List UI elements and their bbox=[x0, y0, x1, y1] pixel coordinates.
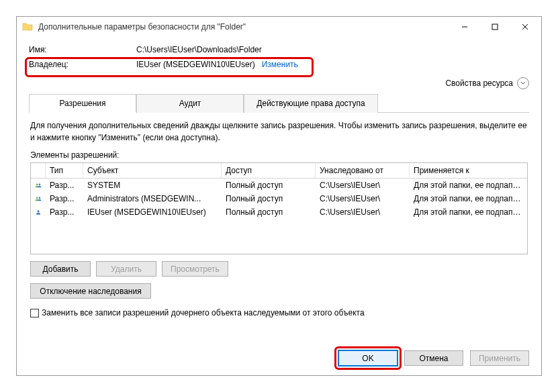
cell-subject: Administrators (MSEDGEWIN... bbox=[83, 193, 222, 205]
security-dialog: Дополнительные параметры безопасности дл… bbox=[16, 16, 542, 376]
resource-properties-label: Свойства ресурса bbox=[445, 79, 513, 88]
users-icon bbox=[31, 180, 46, 191]
user-icon bbox=[31, 207, 46, 217]
view-button: Просмотреть bbox=[162, 261, 228, 277]
tab-audit[interactable]: Аудит bbox=[136, 94, 244, 113]
table-row[interactable]: Разр... IEUser (MSEDGEWIN10\IEUser) Полн… bbox=[31, 205, 527, 219]
name-value: C:\Users\IEUser\Downloads\Folder bbox=[136, 45, 262, 54]
window-title: Дополнительные параметры безопасности дл… bbox=[37, 22, 449, 32]
svg-point-5 bbox=[39, 183, 41, 185]
apply-button: Применить bbox=[470, 350, 529, 366]
col-type[interactable]: Тип bbox=[46, 163, 83, 178]
cell-subject: SYSTEM bbox=[83, 179, 222, 191]
dialog-footer: OK Отмена Применить bbox=[17, 344, 541, 375]
replace-check-row[interactable]: Заменить все записи разрешений дочернего… bbox=[30, 308, 528, 317]
tab-bar: Разрешения Аудит Действующие права досту… bbox=[29, 93, 529, 113]
cell-applies: Для этой папки, ее подпапок ... bbox=[410, 193, 527, 205]
col-access[interactable]: Доступ bbox=[222, 163, 316, 178]
cell-type: Разр... bbox=[46, 206, 83, 218]
svg-rect-1 bbox=[492, 24, 498, 30]
cell-inherited: C:\Users\IEUser\ bbox=[316, 206, 410, 218]
entries-label: Элементы разрешений: bbox=[30, 150, 528, 160]
svg-point-7 bbox=[39, 197, 41, 199]
cancel-button[interactable]: Отмена bbox=[404, 350, 463, 366]
svg-point-4 bbox=[36, 183, 38, 185]
cell-access: Полный доступ bbox=[222, 179, 316, 191]
cell-type: Разр... bbox=[46, 179, 83, 191]
inheritance-buttons: Отключение наследования bbox=[30, 283, 528, 299]
ok-button[interactable]: OK bbox=[338, 350, 398, 366]
table-row[interactable]: Разр... Administrators (MSEDGEWIN... Пол… bbox=[31, 192, 527, 205]
cell-applies: Для этой папки, ее подпапок ... bbox=[410, 179, 527, 191]
remove-button: Удалить bbox=[96, 261, 156, 277]
resource-properties[interactable]: Свойства ресурса bbox=[29, 77, 529, 89]
disable-inheritance-button[interactable]: Отключение наследования bbox=[30, 283, 151, 299]
minimize-button[interactable] bbox=[449, 17, 479, 37]
tab-audit-label: Аудит bbox=[179, 99, 201, 108]
cell-access: Полный доступ bbox=[222, 206, 316, 218]
replace-checkbox[interactable] bbox=[30, 309, 39, 317]
maximize-button[interactable] bbox=[479, 17, 510, 37]
chevron-down-icon bbox=[517, 77, 529, 89]
name-row: Имя: C:\Users\IEUser\Downloads\Folder bbox=[29, 45, 529, 54]
tab-permissions-label: Разрешения bbox=[59, 99, 105, 108]
close-button[interactable] bbox=[510, 17, 540, 37]
table-empty-space bbox=[31, 219, 527, 254]
folder-icon bbox=[22, 21, 33, 32]
content-area: Имя: C:\Users\IEUser\Downloads\Folder Вл… bbox=[17, 37, 541, 344]
tab-effective-label: Действующие права доступа bbox=[257, 99, 365, 108]
col-inherited[interactable]: Унаследовано от bbox=[316, 163, 410, 178]
svg-point-6 bbox=[36, 197, 38, 199]
owner-label: Владелец: bbox=[29, 60, 136, 69]
col-icon[interactable] bbox=[31, 163, 46, 178]
titlebar: Дополнительные параметры безопасности дл… bbox=[17, 17, 541, 37]
col-subject[interactable]: Субъект bbox=[83, 163, 222, 178]
change-owner-link[interactable]: Изменить bbox=[262, 60, 298, 69]
entry-buttons: Добавить Удалить Просмотреть bbox=[30, 261, 528, 277]
col-applies[interactable]: Применяется к bbox=[410, 163, 527, 178]
name-label: Имя: bbox=[29, 45, 136, 54]
cell-applies: Для этой папки, ее подпапок ... bbox=[410, 206, 527, 218]
tab-permissions[interactable]: Разрешения bbox=[29, 94, 136, 113]
cell-type: Разр... bbox=[46, 193, 83, 205]
cell-inherited: C:\Users\IEUser\ bbox=[316, 193, 410, 205]
permissions-table: Тип Субъект Доступ Унаследовано от Приме… bbox=[30, 162, 528, 254]
cell-inherited: C:\Users\IEUser\ bbox=[316, 179, 410, 191]
cell-access: Полный доступ bbox=[222, 193, 316, 205]
tab-body: Для получения дополнительных сведений дв… bbox=[29, 113, 529, 344]
instructions-text: Для получения дополнительных сведений дв… bbox=[30, 119, 528, 144]
users-icon bbox=[31, 193, 46, 204]
replace-check-label: Заменить все записи разрешений дочернего… bbox=[42, 308, 365, 317]
owner-value: IEUser (MSEDGEWIN10\IEUser) bbox=[136, 60, 255, 69]
svg-point-8 bbox=[37, 210, 39, 212]
table-row[interactable]: Разр... SYSTEM Полный доступ C:\Users\IE… bbox=[31, 179, 527, 192]
tab-effective[interactable]: Действующие права доступа bbox=[244, 94, 378, 113]
table-header: Тип Субъект Доступ Унаследовано от Приме… bbox=[31, 163, 527, 179]
cell-subject: IEUser (MSEDGEWIN10\IEUser) bbox=[83, 206, 222, 218]
add-button[interactable]: Добавить bbox=[30, 261, 91, 277]
owner-row: Владелец: IEUser (MSEDGEWIN10\IEUser) Из… bbox=[29, 60, 529, 69]
